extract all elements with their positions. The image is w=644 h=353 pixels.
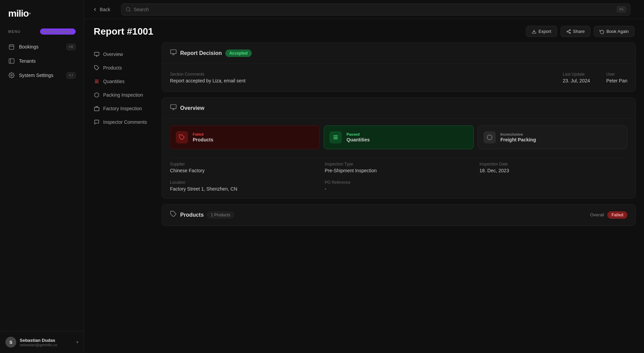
failed-status-label: Failed xyxy=(193,132,213,136)
products-section-icon xyxy=(170,211,177,219)
sidebar-item-tenants[interactable]: Tenants xyxy=(4,54,80,68)
nav-item-quantities[interactable]: Quantities xyxy=(87,75,156,88)
accepted-badge: Accepted xyxy=(225,50,252,57)
svg-point-10 xyxy=(569,30,570,31)
products-section-title: Products xyxy=(180,212,204,218)
share-icon xyxy=(566,29,571,34)
search-bar[interactable]: ⌘G xyxy=(121,3,630,16)
header-actions: Export Share Book Again xyxy=(526,26,634,37)
user-name: Sebastian Dudas xyxy=(20,338,73,343)
inspector-comments-nav-icon xyxy=(94,119,100,125)
failed-products-card: Failed Products xyxy=(170,125,320,149)
sidebar-item-bookings[interactable]: Bookings ⌘B xyxy=(4,40,80,54)
sidebar-item-tenants-label: Tenants xyxy=(19,58,36,64)
sidebar-item-bookings-label: Bookings xyxy=(19,44,39,50)
chevron-down-icon: ▾ xyxy=(76,340,78,345)
svg-line-14 xyxy=(568,30,569,31)
supplier-detail: Supplier Chinese Factory xyxy=(170,162,318,173)
system-settings-kbd: ⌘J xyxy=(67,72,76,79)
status-cards: Failed Products Passed Quantities xyxy=(170,125,627,149)
svg-line-13 xyxy=(568,32,569,32)
sidebar-nav: Bookings ⌘B Tenants System Settings ⌘J xyxy=(0,37,84,331)
search-input[interactable] xyxy=(134,7,614,12)
user-email: sebastian@getmilio.co xyxy=(20,343,73,347)
factory-inspection-nav-icon xyxy=(94,105,100,112)
svg-point-11 xyxy=(567,31,568,32)
svg-point-7 xyxy=(126,7,130,11)
search-icon xyxy=(126,7,131,12)
report-decision-title: Report Decision xyxy=(180,50,222,56)
tenants-icon xyxy=(8,58,15,64)
inspection-type-label: Inspection Type xyxy=(325,162,473,166)
inconclusive-freight-card: Inconclusive Freight Packing xyxy=(478,125,627,149)
nav-item-packing-inspection[interactable]: Packing Inspection xyxy=(87,89,156,101)
report-decision-body: Section Comments Report accepted by Liza… xyxy=(162,64,636,92)
products-count-badge: 1 Products xyxy=(207,212,234,218)
products-header: Products 1 Products Overall Failed xyxy=(162,204,636,225)
back-button[interactable]: Back xyxy=(92,7,110,12)
logo: milio· xyxy=(8,8,31,19)
supplier-label: Supplier xyxy=(170,162,318,166)
inspection-type-detail: Inspection Type Pre-Shipment Inspection xyxy=(325,162,473,173)
overview-card: Overview Failed Products xyxy=(162,97,636,199)
overview-title: Overview xyxy=(180,105,204,111)
topbar: Back ⌘G xyxy=(84,0,644,19)
svg-rect-4 xyxy=(9,59,14,63)
overview-body: Failed Products Passed Quantities xyxy=(162,119,636,198)
panels: Report Decision Accepted Section Comment… xyxy=(159,42,644,353)
passed-status-label: Passed xyxy=(346,132,370,136)
inspection-date-detail: Inspection Date 18. Dec, 2023 xyxy=(479,162,627,173)
page-title: Report #1001 xyxy=(94,26,153,37)
products-nav-icon xyxy=(94,65,100,71)
menu-label: MENU xyxy=(8,30,20,34)
logo-area: milio· xyxy=(0,0,84,26)
user-footer[interactable]: S Sebastian Dudas sebastian@getmilio.co … xyxy=(0,331,84,353)
sidebar: milio· MENU Administrator Bookings ⌘B Te… xyxy=(0,0,84,353)
products-card: Products 1 Products Overall Failed xyxy=(162,204,636,226)
search-kbd: ⌘G xyxy=(617,6,626,13)
page-header: Report #1001 Export Share Book Again xyxy=(84,19,644,42)
nav-item-factory-inspection[interactable]: Factory Inspection xyxy=(87,102,156,115)
export-button[interactable]: Export xyxy=(526,26,557,37)
po-reference-detail: PO Reference - xyxy=(325,180,473,192)
user-label: User xyxy=(606,72,627,77)
packing-inspection-nav-icon xyxy=(94,92,100,98)
failed-type-label: Products xyxy=(193,137,213,142)
overall-status-badge: Failed xyxy=(607,211,627,219)
passed-type-label: Quantities xyxy=(346,137,370,142)
share-button[interactable]: Share xyxy=(561,26,591,37)
bookings-icon xyxy=(8,43,15,50)
sidebar-item-system-settings[interactable]: System Settings ⌘J xyxy=(4,68,80,82)
svg-rect-0 xyxy=(9,45,14,50)
location-label: Location xyxy=(170,180,318,185)
system-settings-icon xyxy=(8,72,15,79)
svg-point-12 xyxy=(569,32,570,34)
nav-item-products[interactable]: Products xyxy=(87,61,156,74)
overall-label: Overall xyxy=(590,212,604,217)
overview-icon xyxy=(170,104,177,112)
failed-products-icon xyxy=(176,131,188,143)
menu-label-row: MENU Administrator xyxy=(0,26,84,37)
last-update-value: 23. Jul, 2024 xyxy=(563,78,590,83)
svg-rect-23 xyxy=(171,50,176,54)
nav-item-overview[interactable]: Overview xyxy=(87,48,156,61)
svg-line-8 xyxy=(129,11,130,12)
content-area: Overview Products Quantities Packing Ins… xyxy=(84,42,644,353)
overview-details: Supplier Chinese Factory Inspection Type… xyxy=(170,157,627,192)
book-again-button[interactable]: Book Again xyxy=(594,26,634,37)
admin-badge: Administrator xyxy=(40,28,76,35)
report-decision-icon xyxy=(170,49,177,57)
nav-item-inspector-comments[interactable]: Inspector Comments xyxy=(87,116,156,129)
last-update-label: Last Update xyxy=(563,72,590,77)
quantities-nav-icon xyxy=(94,78,100,84)
user-value: Peter Pan xyxy=(606,78,627,83)
svg-point-6 xyxy=(11,75,13,76)
overview-nav-icon xyxy=(94,51,100,57)
inspection-date-label: Inspection Date xyxy=(479,162,627,166)
section-comments-label: Section Comments xyxy=(170,72,246,77)
inconclusive-status-label: Inconclusive xyxy=(500,132,536,136)
po-reference-label: PO Reference xyxy=(325,180,473,185)
inconclusive-type-label: Freight Packing xyxy=(500,137,536,142)
svg-rect-22 xyxy=(94,107,99,111)
location-detail: Location Factory Street 1, Shenzhen, CN xyxy=(170,180,318,192)
